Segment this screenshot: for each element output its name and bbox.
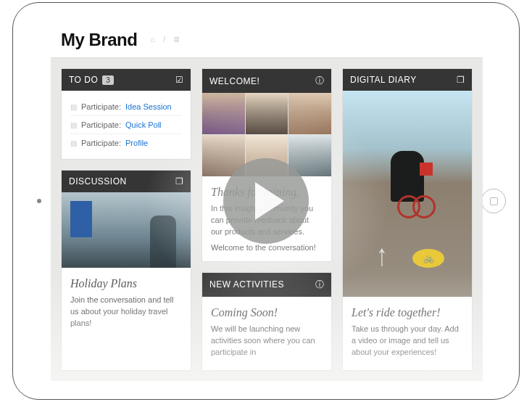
- info-icon[interactable]: ⓘ: [315, 75, 325, 87]
- diary-title: Let's ride together!: [352, 304, 463, 321]
- chat-icon: ▤: [70, 103, 77, 111]
- todo-prefix: Participate:: [81, 102, 121, 111]
- todo-item[interactable]: ▤ Participate: Idea Session: [70, 98, 182, 116]
- diary-body: Take us through your day. Add a video or…: [352, 324, 463, 358]
- diary-header: DIGITAL DIARY ❐: [343, 69, 472, 91]
- check-icon[interactable]: ☑: [175, 75, 184, 85]
- top-bar: My Brand ⌂ / ≣: [51, 22, 483, 58]
- play-button[interactable]: [223, 158, 309, 244]
- bike-wheel: [412, 195, 436, 218]
- play-icon: [255, 182, 284, 220]
- discussion-image: [62, 192, 191, 268]
- activities-header: NEW ACTIVITIES ⓘ: [202, 273, 331, 297]
- face-thumb: [246, 93, 288, 134]
- face-thumb: [288, 93, 331, 134]
- todo-prefix: Participate:: [81, 120, 121, 129]
- todo-count-badge: 3: [102, 75, 114, 85]
- todo-header: TO DO 3 ☑: [62, 69, 191, 91]
- todo-item[interactable]: ▤ Participate: Profile: [70, 134, 182, 152]
- todo-link[interactable]: Quick Poll: [125, 120, 162, 129]
- info-icon[interactable]: ⓘ: [315, 279, 325, 291]
- brand-logo: My Brand: [61, 30, 137, 50]
- road-arrow-icon: ↑: [376, 238, 387, 273]
- diary-card[interactable]: DIGITAL DIARY ❐ ↑ 🚲 Let's ride together!…: [342, 68, 473, 371]
- todo-link[interactable]: Profile: [125, 139, 148, 147]
- welcome-header-title: WELCOME!: [209, 76, 259, 86]
- activities-card[interactable]: NEW ACTIVITIES ⓘ Coming Soon! We will be…: [201, 272, 332, 371]
- activities-header-title: NEW ACTIVITIES: [209, 279, 284, 290]
- stats-icon[interactable]: ≣: [173, 35, 180, 44]
- todo-item[interactable]: ▤ Participate: Quick Poll: [70, 116, 182, 134]
- welcome-header: WELCOME! ⓘ: [202, 69, 331, 93]
- todo-prefix: Participate:: [81, 139, 121, 147]
- discussion-header-title: DISCUSSION: [69, 176, 127, 186]
- discussion-card[interactable]: DISCUSSION ❐ Holiday Plans Join the conv…: [61, 170, 191, 371]
- road-bike-sign: 🚲: [412, 249, 444, 268]
- welcome-body-2: Welcome to the conversation!: [211, 242, 323, 254]
- column-left: TO DO 3 ☑ ▤ Participate: Idea Session ▤: [61, 68, 191, 371]
- chat-icon: ▤: [70, 121, 77, 129]
- activities-title: Coming Soon!: [211, 304, 323, 321]
- face-thumb: [202, 93, 245, 134]
- speech-icon[interactable]: ❐: [457, 75, 465, 85]
- activities-body: We will be launching new activities soon…: [211, 324, 323, 358]
- speech-icon[interactable]: ❐: [175, 176, 184, 186]
- camera-dot: [37, 199, 41, 203]
- chat-icon: ▤: [70, 139, 77, 147]
- diary-image: ↑ 🚲: [343, 91, 472, 297]
- todo-list: ▤ Participate: Idea Session ▤ Participat…: [62, 91, 191, 159]
- todo-link[interactable]: Idea Session: [125, 102, 172, 111]
- discussion-body: Join the conversation and tell us about …: [70, 295, 182, 329]
- todo-title: TO DO: [69, 75, 98, 85]
- rider-silhouette: [391, 151, 424, 202]
- home-button[interactable]: [481, 189, 506, 213]
- home-icon[interactable]: ⌂: [150, 35, 155, 44]
- diary-header-title: DIGITAL DIARY: [350, 75, 417, 85]
- discussion-header: DISCUSSION ❐: [62, 171, 191, 192]
- column-right: DIGITAL DIARY ❐ ↑ 🚲 Let's ride together!…: [342, 68, 473, 371]
- discussion-title: Holiday Plans: [70, 275, 182, 292]
- breadcrumb: ⌂ / ≣: [147, 35, 183, 44]
- breadcrumb-sep: /: [163, 35, 165, 44]
- todo-card: TO DO 3 ☑ ▤ Participate: Idea Session ▤: [61, 68, 191, 160]
